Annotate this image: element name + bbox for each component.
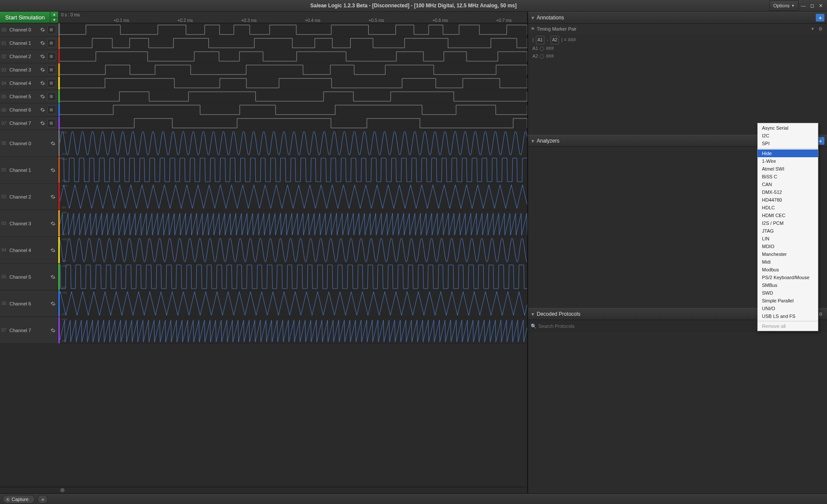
- gear-icon[interactable]: [39, 93, 47, 100]
- digital-channel-label[interactable]: 01Channel 1: [0, 37, 58, 50]
- analog-channel-label[interactable]: 03Channel 3: [0, 210, 58, 236]
- trigger-button[interactable]: [47, 52, 56, 61]
- gear-icon[interactable]: [49, 273, 57, 281]
- analyzer-menu-item[interactable]: SWD: [758, 289, 818, 297]
- analyzer-menu-item[interactable]: DMX-512: [758, 188, 818, 196]
- analyzer-menu-item[interactable]: Atmel SWI: [758, 165, 818, 173]
- digital-channel-label[interactable]: 00Channel 0: [0, 23, 58, 36]
- analyzer-menu-item[interactable]: HDMI CEC: [758, 212, 818, 219]
- digital-waveform[interactable]: [60, 103, 527, 116]
- options-button[interactable]: Options ▼: [769, 0, 799, 11]
- analyzer-menu-item[interactable]: Async Serial: [758, 124, 818, 132]
- analog-waveform[interactable]: +6V-6V: [60, 290, 527, 317]
- gear-icon[interactable]: [39, 106, 47, 114]
- digital-waveform[interactable]: [60, 77, 527, 90]
- analyzer-menu-item[interactable]: USB LS and FS: [758, 312, 818, 320]
- digital-waveform[interactable]: [60, 117, 527, 130]
- trigger-button[interactable]: [47, 39, 56, 47]
- trigger-button[interactable]: [47, 106, 56, 114]
- analog-channel-label[interactable]: 07Channel 7: [0, 317, 58, 343]
- digital-channel-label[interactable]: 06Channel 6: [0, 103, 58, 116]
- gear-icon[interactable]: [49, 140, 57, 147]
- analyzer-menu-item[interactable]: PS/2 Keyboard/Mouse: [758, 274, 818, 281]
- digital-channel-label[interactable]: 03Channel 3: [0, 63, 58, 76]
- analyzer-menu-item[interactable]: UNI/O: [758, 305, 818, 312]
- analyzer-menu-item[interactable]: Hide: [758, 149, 818, 157]
- gear-icon[interactable]: [39, 26, 47, 34]
- analyzer-menu-item[interactable]: I2S / PCM: [758, 219, 818, 227]
- minimize-button[interactable]: —: [799, 2, 807, 9]
- analyzers-collapse[interactable]: ▼: [531, 139, 537, 143]
- chevron-down-icon[interactable]: ▼: [811, 27, 817, 31]
- maximize-button[interactable]: ◻: [808, 2, 816, 9]
- analyzer-menu-item[interactable]: HDLC: [758, 204, 818, 212]
- trigger-button[interactable]: [47, 65, 56, 74]
- analyzer-dropdown-menu[interactable]: Async SerialI2CSPIHide1-WireAtmel SWIBiS…: [757, 123, 818, 331]
- analyzer-menu-item[interactable]: SPI: [758, 140, 818, 147]
- gear-icon[interactable]: [39, 66, 47, 74]
- decoded-collapse[interactable]: ▼: [531, 312, 537, 317]
- analyzer-menu-item[interactable]: Manchester: [758, 250, 818, 258]
- digital-channel-label[interactable]: 04Channel 4: [0, 77, 58, 90]
- analyzer-menu-item[interactable]: LIN: [758, 235, 818, 243]
- analyzer-menu-item[interactable]: MDIO: [758, 243, 818, 250]
- gear-icon[interactable]: [49, 193, 57, 201]
- tabs-more-button[interactable]: »: [37, 495, 48, 504]
- gear-icon[interactable]: [49, 220, 57, 227]
- analyzer-menu-item[interactable]: HD44780: [758, 196, 818, 204]
- digital-channel-label[interactable]: 05Channel 5: [0, 90, 58, 103]
- analog-waveform[interactable]: +6V-6V: [60, 184, 527, 210]
- gear-icon[interactable]: [49, 300, 57, 308]
- digital-waveform[interactable]: [60, 50, 527, 63]
- trigger-button[interactable]: [47, 119, 56, 128]
- analyzer-menu-item[interactable]: Simple Parallel: [758, 297, 818, 305]
- gear-icon[interactable]: [49, 166, 57, 174]
- gear-icon[interactable]: [49, 327, 57, 334]
- digital-waveform[interactable]: [60, 63, 527, 76]
- analog-channel-label[interactable]: 02Channel 2: [0, 184, 58, 210]
- analyzer-menu-item[interactable]: Modbus: [758, 266, 818, 274]
- analyzer-menu-item[interactable]: Midi: [758, 258, 818, 266]
- gear-icon[interactable]: [39, 79, 47, 87]
- start-simulation-button[interactable]: Start Simulation: [0, 12, 50, 23]
- analog-channel-label[interactable]: 06Channel 6: [0, 290, 58, 317]
- gear-icon[interactable]: [39, 39, 47, 47]
- analyzer-menu-item[interactable]: I2C: [758, 132, 818, 140]
- analog-waveform[interactable]: +6V-6V: [60, 130, 527, 156]
- analog-channel-label[interactable]: 05Channel 5: [0, 264, 58, 290]
- close-button[interactable]: ✕: [817, 2, 824, 9]
- sim-rate-down[interactable]: ▼: [50, 18, 58, 23]
- digital-channel-label[interactable]: 02Channel 2: [0, 50, 58, 63]
- gear-icon[interactable]: [49, 246, 57, 254]
- sim-rate-up[interactable]: ▲: [50, 12, 58, 18]
- annotations-collapse[interactable]: ▼: [531, 16, 537, 20]
- digital-channel-label[interactable]: 07Channel 7: [0, 117, 58, 130]
- gear-icon[interactable]: [39, 53, 47, 60]
- analog-waveform[interactable]: +6V-6V: [60, 210, 527, 236]
- digital-waveform[interactable]: [60, 90, 527, 103]
- timing-marker-row[interactable]: ⚑ Timing Marker Pair ▼ ⚙: [528, 24, 827, 34]
- time-ruler[interactable]: 0 s : 0 ms +0.1 ms+0.2 ms+0.3 ms+0.4 ms+…: [59, 12, 527, 23]
- marker-settings[interactable]: ⚙: [817, 26, 824, 32]
- analog-waveform[interactable]: +6V-6V: [60, 264, 527, 290]
- analyzer-menu-item[interactable]: BiSS C: [758, 173, 818, 180]
- analog-channel-label[interactable]: 01Channel 1: [0, 157, 58, 183]
- analog-channel-label[interactable]: 00Channel 0: [0, 130, 58, 156]
- capture-tab[interactable]: ⎋ Capture: [3, 495, 35, 504]
- digital-waveform[interactable]: [60, 37, 527, 50]
- analog-waveform[interactable]: +6V-6V: [60, 317, 527, 343]
- analog-waveform[interactable]: +6V-6V: [60, 237, 527, 263]
- horizontal-scrollbar[interactable]: [0, 487, 527, 493]
- analog-waveform[interactable]: +6V-6V: [60, 157, 527, 183]
- analyzer-menu-item[interactable]: CAN: [758, 180, 818, 188]
- analyzer-menu-item[interactable]: 1-Wire: [758, 157, 818, 165]
- analyzer-menu-item[interactable]: SMBus: [758, 281, 818, 289]
- digital-waveform[interactable]: [60, 23, 527, 36]
- gear-icon[interactable]: [39, 119, 47, 127]
- analyzer-menu-item[interactable]: JTAG: [758, 227, 818, 235]
- annotations-add-button[interactable]: ＋: [816, 14, 824, 22]
- trigger-button[interactable]: [47, 92, 56, 101]
- trigger-button[interactable]: [47, 25, 56, 34]
- analog-channel-label[interactable]: 04Channel 4: [0, 237, 58, 263]
- trigger-button[interactable]: [47, 79, 56, 87]
